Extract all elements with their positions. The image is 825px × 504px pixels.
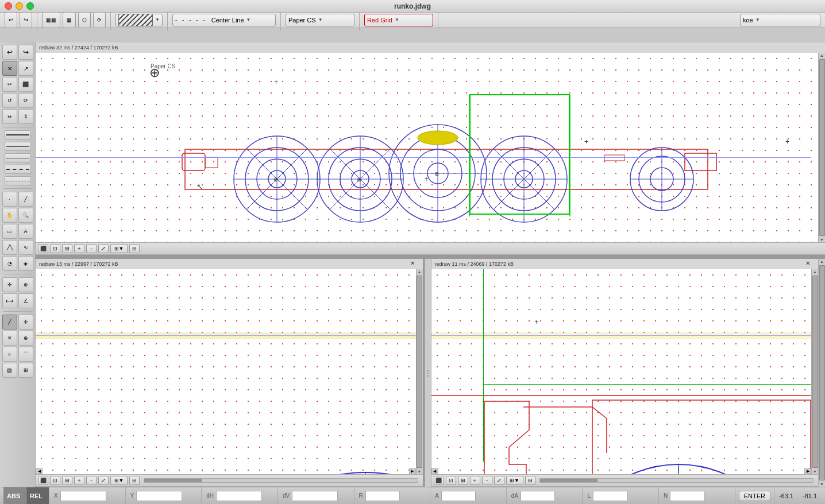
dot-line-tool[interactable] bbox=[5, 165, 31, 174]
da-input[interactable] bbox=[521, 491, 555, 501]
dh-input[interactable] bbox=[216, 491, 262, 501]
vp-bl-btn-2[interactable]: ⊡ bbox=[50, 476, 60, 485]
viewport-top[interactable]: redraw 32 ms / 27424 / 170272 kB ▲ ▼ ⊕ P… bbox=[36, 42, 825, 255]
snap-tool[interactable]: ✛ bbox=[2, 277, 17, 292]
cut-tool[interactable]: ✂ bbox=[2, 77, 17, 92]
text-tool[interactable]: A bbox=[18, 224, 33, 239]
enter-button[interactable]: ENTER bbox=[739, 491, 770, 501]
vp-bl-zoom-fit[interactable]: ⤢ bbox=[98, 476, 109, 485]
br-scroll-up[interactable]: ▲ bbox=[812, 269, 818, 274]
rel-button[interactable]: REL bbox=[26, 487, 49, 504]
scroll-up-arrow[interactable]: ▲ bbox=[819, 53, 824, 58]
redo-tool[interactable]: ↪ bbox=[18, 45, 33, 60]
grid-selector[interactable]: Red Grid ▼ bbox=[364, 14, 433, 26]
hatch-selector[interactable]: ▼ bbox=[115, 14, 163, 26]
vp-top-extra[interactable]: ⊟ bbox=[129, 244, 140, 253]
viewport-row-scrollbar[interactable]: ▲ ▼ bbox=[818, 259, 825, 487]
row-scroll-up-arrow[interactable]: ▲ bbox=[819, 259, 824, 264]
zoom-tool[interactable]: 🔍 bbox=[18, 208, 33, 223]
medium-line-tool[interactable] bbox=[5, 142, 31, 151]
grid-snap-tool[interactable]: ⊕ bbox=[18, 277, 33, 292]
polyline-tool[interactable]: ╱╲ bbox=[2, 240, 17, 255]
undo-button[interactable]: ↩ bbox=[5, 12, 17, 28]
scroll-down-arrow[interactable]: ▼ bbox=[819, 237, 824, 242]
pan-tool[interactable]: ✋ bbox=[2, 208, 17, 223]
viewport-bottom-left[interactable]: redraw 13 ms / 22997 / 170272 kB ✕ ▲ ▼ bbox=[36, 259, 425, 487]
r-input[interactable] bbox=[365, 491, 400, 501]
dv-input[interactable] bbox=[292, 491, 338, 501]
vp-top-zoom-out[interactable]: - bbox=[86, 244, 97, 253]
rect-tool[interactable]: ▭ bbox=[2, 224, 17, 239]
vp-bl-scroll-right[interactable]: ▶ bbox=[409, 468, 416, 474]
solid-line-tool[interactable] bbox=[5, 130, 31, 139]
vp-top-zoom-in[interactable]: + bbox=[74, 244, 84, 253]
a-input[interactable] bbox=[441, 491, 476, 501]
vp-br-zoom-out[interactable]: - bbox=[482, 476, 492, 485]
scale-tool[interactable]: ⟳ bbox=[18, 93, 33, 108]
vp-br-btn-1[interactable]: ⬛ bbox=[434, 476, 444, 485]
angle-tool[interactable]: ∠ bbox=[18, 293, 33, 308]
arc-tool[interactable]: ◔ bbox=[2, 256, 17, 271]
vp-br-btn-2[interactable]: ⊡ bbox=[446, 476, 456, 485]
vp-bl-btn-1[interactable]: ⬛ bbox=[38, 476, 48, 485]
window-controls[interactable] bbox=[5, 2, 34, 10]
vp-br-extra[interactable]: ⊟ bbox=[525, 476, 535, 485]
viewport-br-close[interactable]: ✕ bbox=[805, 260, 810, 266]
vp-br-btn-3[interactable]: ⊞ bbox=[458, 476, 468, 485]
y-input[interactable] bbox=[136, 491, 182, 501]
vp-bl-select[interactable]: ⊞▼ bbox=[110, 476, 128, 485]
vp-top-btn-3[interactable]: ⊞ bbox=[62, 244, 72, 253]
linetype-selector[interactable]: - - - - - Center Line ▼ bbox=[172, 14, 276, 26]
vp-bl-btn-3[interactable]: ⊞ bbox=[62, 476, 72, 485]
curve-tool[interactable]: ∿ bbox=[18, 240, 33, 255]
resize-handle-h[interactable] bbox=[36, 255, 825, 257]
select-all-tool[interactable]: ↩ bbox=[2, 45, 17, 60]
bl-scroll-up[interactable]: ▲ bbox=[417, 269, 422, 274]
abs-button[interactable]: ABS bbox=[3, 487, 26, 504]
minimize-button[interactable] bbox=[16, 2, 23, 10]
row-scroll-thumb[interactable] bbox=[819, 265, 825, 480]
vp-bl-zoom-in[interactable]: + bbox=[74, 476, 84, 485]
vp-br-zoom-in[interactable]: + bbox=[470, 476, 480, 485]
viewport-split-handle[interactable]: ⋮ bbox=[425, 259, 431, 487]
circle-tool[interactable]: ○ bbox=[2, 347, 17, 362]
vp-bl-scroll-h-thumb[interactable] bbox=[144, 479, 202, 482]
view-btn-2[interactable]: ▦ bbox=[63, 12, 76, 28]
rotate-tool[interactable]: ↺ bbox=[2, 93, 17, 108]
vp-bl-zoom-out[interactable]: - bbox=[86, 476, 97, 485]
x-input[interactable] bbox=[60, 491, 106, 501]
viewport-br-scrollbar-v[interactable]: ▲ ▼ bbox=[811, 269, 818, 474]
redo-button[interactable]: ↪ bbox=[20, 12, 32, 28]
l-input[interactable] bbox=[593, 491, 627, 501]
scroll-thumb[interactable] bbox=[819, 59, 825, 236]
flip-h-tool[interactable]: ⇔ bbox=[2, 109, 17, 124]
copy-tool[interactable]: ⬛ bbox=[18, 77, 33, 92]
vp-bl-scrollbar-h[interactable] bbox=[144, 478, 418, 483]
vp-br-scrollbar-h[interactable] bbox=[539, 478, 814, 483]
viewport-top-scrollbar-v[interactable]: ▲ ▼ bbox=[818, 53, 825, 242]
line-tool[interactable]: ╱ bbox=[18, 192, 33, 207]
close-button[interactable] bbox=[5, 2, 12, 10]
measure-tool[interactable]: ◈ bbox=[18, 256, 33, 271]
viewport-bl-close[interactable]: ✕ bbox=[410, 260, 415, 266]
vp-br-scroll-right[interactable]: ▶ bbox=[804, 468, 811, 474]
arrow-tool[interactable]: ↗ bbox=[18, 61, 33, 76]
vp-top-select[interactable]: ⊞▼ bbox=[110, 244, 128, 253]
row-scroll-down-arrow[interactable]: ▼ bbox=[819, 482, 824, 487]
block-tool[interactable]: ⊞ bbox=[18, 363, 33, 378]
active-line-tool[interactable]: ╱ bbox=[2, 315, 17, 329]
vp-br-zoom-fit[interactable]: ⤢ bbox=[494, 476, 504, 485]
bl-scroll-thumb[interactable] bbox=[417, 276, 422, 468]
thin-line-tool[interactable] bbox=[5, 153, 31, 162]
br-scroll-down[interactable]: ▼ bbox=[812, 469, 818, 474]
viewport-bl-scrollbar-v[interactable]: ▲ ▼ bbox=[416, 269, 423, 474]
viewport-bottom-right[interactable]: redraw 11 ms / 24069 / 170272 kB ✕ ▲ ▼ bbox=[431, 259, 819, 487]
vp-top-zoom-fit[interactable]: ⤢ bbox=[98, 244, 109, 253]
bl-scroll-down[interactable]: ▼ bbox=[417, 469, 422, 474]
dash-line-tool[interactable] bbox=[5, 176, 31, 185]
vp-top-btn-1[interactable]: ⬛ bbox=[38, 244, 48, 253]
coordsys-selector[interactable]: Paper CS ▼ bbox=[286, 14, 354, 26]
vp-br-scroll-h-thumb[interactable] bbox=[540, 479, 597, 482]
vp-bl-extra[interactable]: ⊟ bbox=[129, 476, 140, 485]
add-tool[interactable]: ✛ bbox=[18, 315, 33, 329]
